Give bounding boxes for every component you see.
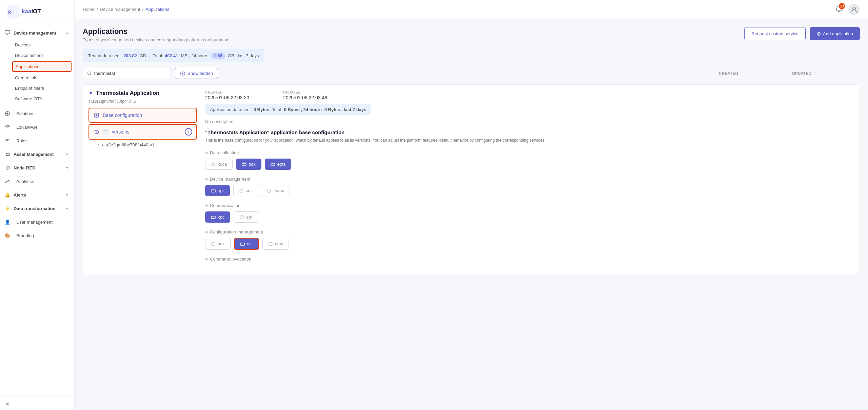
app-id-row: ctu3e2qm6fhc738fp440 ⧉ <box>88 99 197 104</box>
app-content: ▼ Thermostats Application ctu3e2qm6fhc73… <box>88 90 854 268</box>
sidebar-item-solutions[interactable]: Solutions <box>0 107 74 120</box>
solutions-icon <box>4 110 11 117</box>
svg-rect-16 <box>271 163 275 166</box>
sidebar-item-endpoint-filters[interactable]: Endpoint filters <box>0 83 74 94</box>
device-management-chevron: ▲ <box>65 31 69 35</box>
svg-point-19 <box>267 189 271 192</box>
svg-point-21 <box>240 216 243 219</box>
nav-group-device-management[interactable]: Device management ▲ <box>0 26 74 40</box>
svc-cmx[interactable]: cmx <box>262 238 289 250</box>
version-id: ctu3e2qm6fhc738fp440-v1 <box>102 142 155 147</box>
sidebar-item-applications[interactable]: Applications <box>12 61 72 72</box>
versions-item[interactable]: 1 versions + <box>88 124 197 140</box>
base-configuration-item[interactable]: Base configuration <box>88 108 197 123</box>
logo-icon: k <box>7 5 19 18</box>
sidebar-item-lorawan[interactable]: LoRaWAN <box>0 120 74 134</box>
sidebar: k kaaIOT Device management ▲ Devices Dev… <box>0 0 75 410</box>
svg-point-18 <box>240 189 243 192</box>
notification-button[interactable]: 29 <box>835 5 843 14</box>
svg-rect-17 <box>211 190 215 192</box>
svc-kdca[interactable]: kdca <box>205 159 233 170</box>
add-application-button[interactable]: ⊕ Add application <box>810 27 860 40</box>
show-hidden-button[interactable]: Show hidden <box>175 68 218 79</box>
base-config-icon <box>93 112 100 119</box>
svc-epts[interactable]: epts <box>265 159 292 170</box>
sidebar-item-device-actions[interactable]: Device actions <box>0 50 74 61</box>
sidebar-item-branding[interactable]: 🎨 Branding <box>0 229 74 242</box>
sidebar-item-devices[interactable]: Devices <box>0 40 74 50</box>
device-management-buttons: epr cm epmx <box>205 185 854 196</box>
device-management-icon <box>4 29 11 36</box>
user-avatar[interactable] <box>848 4 860 15</box>
svg-point-22 <box>212 242 215 246</box>
svg-point-11 <box>182 73 183 74</box>
sidebar-collapse-btn[interactable]: ◀ <box>0 396 74 410</box>
nav-group-asset-management[interactable]: 🗂 Asset Management ▼ <box>0 147 74 161</box>
config-title: "Thermostats Application" application ba… <box>205 129 854 135</box>
svg-point-24 <box>269 242 272 246</box>
app-24h: 0 Bytes , 24 hours <box>284 107 321 112</box>
expand-icon[interactable]: ▼ <box>88 90 93 96</box>
sidebar-item-credentials[interactable]: Credentials <box>0 73 74 83</box>
dates-row: Created 2025-01-06 22:03:23 Updated 2025… <box>205 90 854 100</box>
sidebar-item-analytics[interactable]: Analytics <box>0 175 74 188</box>
application-container: ▼ Thermostats Application ctu3e2qm6fhc73… <box>83 84 860 274</box>
data-transformation-chevron: ▼ <box>65 207 69 210</box>
dcx-icon <box>242 162 246 167</box>
svc-epmx[interactable]: epmx <box>261 185 290 196</box>
svc-epl[interactable]: epl <box>234 211 258 223</box>
svc-adx[interactable]: adx <box>205 238 231 250</box>
user-management-icon: 👤 <box>4 219 11 225</box>
svc-cm[interactable]: cm <box>233 185 257 196</box>
analytics-icon <box>4 178 11 185</box>
notification-badge: 29 <box>839 3 845 9</box>
svc-dcx[interactable]: dcx <box>236 159 261 170</box>
svc-epr[interactable]: epr <box>205 185 230 196</box>
main-content: Home / Device management / Applications … <box>75 0 868 410</box>
config-desc: This is the base configuration for your … <box>205 137 854 143</box>
sidebar-item-rules[interactable]: Rules <box>0 134 74 147</box>
app-header-row: ▼ Thermostats Application <box>88 90 197 96</box>
configuration-management-section: Configuration management adx ecr <box>205 229 854 250</box>
request-custom-service-button[interactable]: Request custom service <box>744 27 806 40</box>
logo-text: kaaIOT <box>22 8 41 15</box>
svg-rect-15 <box>242 163 246 166</box>
cm-icon <box>239 188 244 193</box>
search-input[interactable] <box>94 71 166 76</box>
alerts-icon: 🔔 <box>4 191 11 198</box>
tenant-data-banner: Tenant data sent 203.82 GB , Total 402.4… <box>83 49 264 62</box>
header-buttons: Request custom service ⊕ Add application <box>744 27 860 40</box>
epl-icon <box>239 215 244 220</box>
data-transformation-icon: ⚡ <box>4 205 11 212</box>
epmx-icon <box>267 188 271 193</box>
node-red-icon: ⬡ <box>4 164 11 171</box>
node-red-chevron: ▼ <box>65 166 69 170</box>
kdca-icon <box>211 162 216 167</box>
nav-group-node-red[interactable]: ⬡ Node-RED ▼ <box>0 161 74 175</box>
created-date: Created 2025-01-06 22:03:23 <box>205 90 249 100</box>
nav-group-alerts[interactable]: 🔔 Alerts ▼ <box>0 188 74 202</box>
sidebar-item-user-management[interactable]: 👤 User management <box>0 215 74 229</box>
kpc-icon <box>211 215 216 220</box>
sidebar-item-software-ota[interactable]: Software OTA <box>0 94 74 104</box>
svc-kpc[interactable]: kpc <box>205 211 230 223</box>
svc-ecr[interactable]: ecr <box>234 238 259 250</box>
rules-icon <box>4 137 11 144</box>
cmx-icon <box>268 242 273 246</box>
base-config-label: Base configuration <box>103 112 142 118</box>
command-invocation-label: Command invocation <box>205 257 854 262</box>
breadcrumb-home[interactable]: Home <box>83 7 95 12</box>
tenant-gb-value: 203.82 <box>123 53 137 58</box>
version-item[interactable]: • ctu3e2qm6fhc738fp440-v1 <box>88 140 197 150</box>
eye-icon <box>180 71 185 76</box>
topbar: Home / Device management / Applications … <box>75 0 868 19</box>
add-version-button[interactable]: + <box>185 128 192 136</box>
search-box <box>83 68 171 79</box>
asset-management-chevron: ▼ <box>65 152 69 156</box>
copy-id-button[interactable]: ⧉ <box>133 99 136 104</box>
app-name[interactable]: Thermostats Application <box>96 90 159 96</box>
device-management-section: Device management epr cm <box>205 177 854 196</box>
alerts-chevron: ▼ <box>65 193 69 197</box>
nav-group-data-transformation[interactable]: ⚡ Data transformation ▼ <box>0 202 74 215</box>
breadcrumb-section[interactable]: Device management <box>100 7 140 12</box>
